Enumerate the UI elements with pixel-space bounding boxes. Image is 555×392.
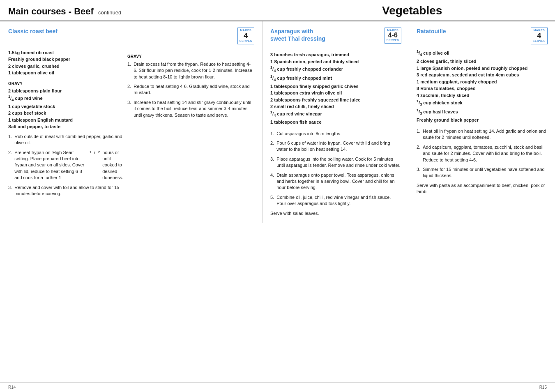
instruction-item: Simmer for 15 minutes or until vegetable…	[417, 166, 548, 179]
asparagus-col: Asparagus with sweet Thai dressing MAKES…	[263, 21, 409, 223]
asparagus-instructions: Cut asparagus into 8cm lengths. Pour 6 c…	[270, 131, 401, 207]
instruction-item: Reduce to heat setting 4-6. Gradually ad…	[127, 83, 254, 96]
ingredient-item: 3 red capsicum, seeded and cut into 4cm …	[417, 71, 548, 78]
ingredient-item: 2 small red chilli, finely sliced	[270, 103, 401, 110]
ingredient-item: 1 medium eggplant, roughly chopped	[417, 78, 548, 85]
header-right: Vegetables	[278, 4, 547, 17]
ratatouille-serve-note: Serve with pasta as an accompaniment to …	[417, 182, 548, 195]
veg-section-title: Vegetables	[278, 4, 547, 17]
instruction-item: Drain asparagus onto paper towel. Toss a…	[270, 172, 401, 191]
continued-label: continued	[98, 9, 121, 16]
asparagus-makes-number: 4-6	[387, 32, 399, 39]
ingredient-item: 1 Spanish onion, peeled and thinly slice…	[270, 58, 401, 65]
ingredient-item: 1/4 cup red wine vinegar	[270, 110, 401, 119]
header-left: Main courses - Beef continued	[8, 6, 278, 17]
asparagus-ingredients: 3 bunches fresh asparagus, trimmed 1 Spa…	[270, 51, 401, 125]
instruction-item: Cut asparagus into 8cm lengths.	[270, 131, 401, 137]
ingredient-item: 2 cloves garlic, crushed	[8, 63, 123, 70]
instruction-item: Increase to heat setting 14 and stir gra…	[127, 99, 254, 118]
ingredient-item: 2 cloves garlic, thinly sliced	[417, 58, 548, 65]
beef-gravy-ingredients: 2 tablespoons plain flour 1/4 cup red wi…	[8, 88, 123, 130]
page-footer: R14 R15	[0, 382, 555, 392]
beef-ingredients-col: 1.5kg boned rib roast Freshly ground bla…	[8, 49, 123, 201]
asparagus-serves-label: SERVES	[387, 39, 399, 42]
instruction-item: Remove and cover with foil and allow to …	[8, 184, 123, 197]
beef-section: Classic roast beef MAKES 4 SERVES 1.5kg …	[0, 21, 263, 223]
ratatouille-ingredients: 1/4 cup olive oil 2 cloves garlic, thinl…	[417, 49, 548, 123]
ingredient-item: 1 tablespoon extra virgin olive oil	[270, 90, 401, 97]
veg-section: Asparagus with sweet Thai dressing MAKES…	[263, 21, 555, 223]
ingredient-item: 2 tablespoons freshly squeezed lime juic…	[270, 97, 401, 104]
beef-recipe-title: Classic roast beef	[8, 28, 233, 35]
instruction-item: Heat oil in frypan on heat setting 14. A…	[417, 128, 548, 141]
ingredient-item: 4 zucchini, thickly sliced	[417, 92, 548, 99]
asparagus-makes-badge: MAKES 4-6 SERVES	[385, 28, 401, 44]
ingredient-item: 1 tablespoon finely snipped garlic chive…	[270, 83, 401, 90]
ratatouille-makes-number: 4	[533, 32, 546, 39]
instruction-item: Combine oil, juice, chilli, red wine vin…	[270, 194, 401, 207]
ingredient-item: 1 tablespoon English mustard	[8, 117, 123, 124]
ratatouille-serves-label: SERVES	[533, 39, 546, 43]
ingredient-item: 1 tablespoon olive oil	[8, 69, 123, 76]
instruction-item: Place asparagus into the boiling water. …	[270, 156, 401, 169]
main-content: Classic roast beef MAKES 4 SERVES 1.5kg …	[0, 21, 555, 223]
ingredient-item: 1 cup vegetable stock	[8, 103, 123, 110]
beef-makes-number: 4	[240, 32, 252, 39]
ingredient-item: 1 large Spanish onion, peeled and roughl…	[417, 65, 548, 72]
ingredient-item: 2 tablespoons plain flour	[8, 88, 123, 95]
ingredient-item: 2 cups beef stock	[8, 110, 123, 117]
ratatouille-makes-badge: MAKES 4 SERVES	[531, 28, 548, 44]
ingredient-item: 1 tablespoon fish sauce	[270, 119, 401, 126]
beef-main-instructions: Rub outside of meat with combined pepper…	[8, 134, 123, 197]
ingredient-item: 1/4 cup freshly chopped mint	[270, 74, 401, 83]
ingredient-item: 1.5kg boned rib roast	[8, 49, 123, 56]
instruction-item: Drain excess fat from the frypan. Reduce…	[127, 61, 254, 80]
main-section-title: Main courses - Beef	[8, 6, 94, 16]
ingredient-item: 3 bunches fresh asparagus, trimmed	[270, 51, 401, 58]
instruction-item: Rub outside of meat with combined pepper…	[8, 134, 123, 146]
beef-gravy-col: GRAVY Drain excess fat from the frypan. …	[127, 49, 254, 201]
instruction-item: Pour 6 cups of water into frypan. Cover …	[270, 140, 401, 153]
beef-gravy-instructions: Drain excess fat from the frypan. Reduce…	[127, 61, 254, 118]
ingredient-item: Freshly ground black pepper	[417, 117, 548, 124]
ingredient-item: 1/4 cup red wine	[8, 94, 123, 103]
ingredient-item: Salt and pepper, to taste	[8, 123, 123, 130]
ratatouille-col: Ratatouille MAKES 4 SERVES 1/4 cup olive…	[409, 21, 555, 223]
gravy-label: GRAVY	[8, 81, 123, 86]
asparagus-serve-note: Serve with salad leaves.	[270, 210, 401, 217]
beef-main-ingredients: 1.5kg boned rib roast Freshly ground bla…	[8, 49, 123, 76]
ratatouille-title: Ratatouille	[417, 28, 527, 35]
beef-makes-badge: MAKES 4 SERVES	[237, 28, 254, 44]
page-number-right: R15	[539, 385, 547, 390]
instruction-item: Preheat frypan on 'High Sear' setting. P…	[8, 150, 123, 181]
ingredient-item: Freshly ground black pepper	[8, 56, 123, 63]
beef-serves-label: SERVES	[240, 39, 252, 43]
gravy-instructions-label: GRAVY	[127, 54, 254, 59]
instruction-item: Add capsicum, eggplant, tomatoes, zucchi…	[417, 144, 548, 163]
asparagus-title: Asparagus with sweet Thai dressing	[270, 28, 380, 42]
ratatouille-instructions: Heat oil in frypan on heat setting 14. A…	[417, 128, 548, 179]
ingredient-item: 1/3 cup chicken stock	[417, 99, 548, 108]
ingredient-item: 8 Roma tomatoes, chopped	[417, 85, 548, 92]
ingredient-item: 1/3 cup basil leaves	[417, 108, 548, 117]
page-header: Main courses - Beef continued Vegetables	[0, 0, 555, 21]
page-number-left: R14	[8, 385, 16, 390]
ingredient-item: 1/4 cup freshly chopped coriander	[270, 65, 401, 74]
beef-columns: 1.5kg boned rib roast Freshly ground bla…	[8, 49, 254, 201]
ingredient-item: 1/4 cup olive oil	[417, 49, 548, 58]
